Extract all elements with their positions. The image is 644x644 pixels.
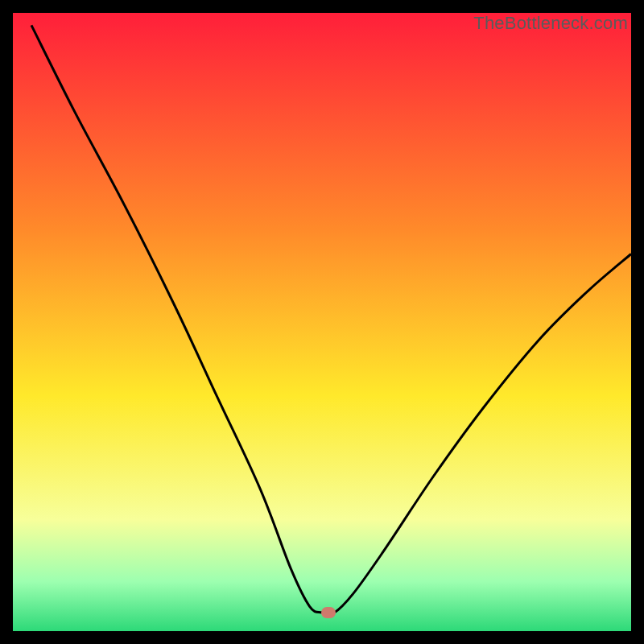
attribution-label: TheBottleneck.com	[473, 13, 628, 34]
bottleneck-chart	[13, 13, 631, 631]
optimal-marker	[321, 607, 336, 618]
gradient-background	[13, 13, 631, 631]
chart-frame: TheBottleneck.com	[13, 13, 631, 631]
